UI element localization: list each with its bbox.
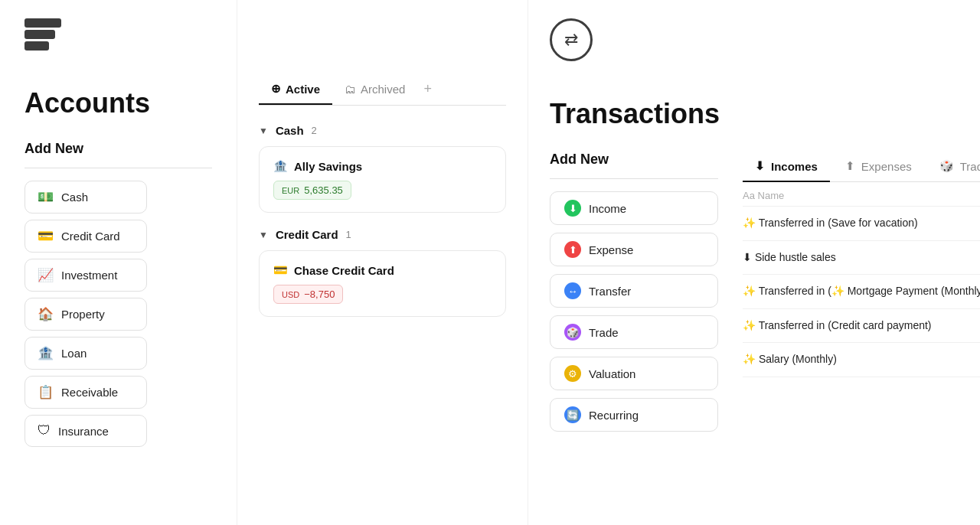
trans-add-new-label: Add New <box>550 152 718 168</box>
trans-list: ✨ Transferred in (Save for vacation)⬇ Si… <box>743 207 980 377</box>
trans-btn-label-transfer: Transfer <box>589 285 631 298</box>
account-card-chase-credit-card[interactable]: 💳Chase Credit CardUSD−8,750 <box>259 250 506 317</box>
left-panel: Accounts Add New 💵Cash💳Credit Card📈Inves… <box>0 0 237 525</box>
account-name-ally-savings: 🏦Ally Savings <box>273 159 492 173</box>
group-arrow-credit-card: ▼ <box>259 230 268 240</box>
account-type-list: 💵Cash💳Credit Card📈Investment🏠Property🏦Lo… <box>24 181 212 447</box>
tab-add-button[interactable]: + <box>417 73 438 105</box>
add-trans-income[interactable]: ⬇Income <box>550 191 718 225</box>
account-type-label-cash: Cash <box>61 191 88 204</box>
logo-icon <box>24 18 61 51</box>
trans-tabs-row: ⬇Incomes⬆Expenses🎲Trad... <box>743 152 980 182</box>
trans-btn-label-valuation: Valuation <box>589 367 635 380</box>
account-type-label-credit-card: Credit Card <box>61 230 120 243</box>
insurance-icon: 🛡 <box>38 423 51 439</box>
group-count-credit-card: 1 <box>346 229 351 240</box>
tab-archived-label: Archived <box>361 83 405 96</box>
add-new-divider <box>24 168 212 168</box>
balance-currency-chase-credit-card: USD <box>282 290 299 299</box>
trans-tab-trade[interactable]: 🎲Trad... <box>927 152 980 182</box>
trans-tab-label-incomes: Incomes <box>771 160 818 173</box>
balance-amount-ally-savings: 5,635.35 <box>304 184 343 196</box>
account-type-label-investment: Investment <box>61 269 117 282</box>
account-groups: ▼Cash2🏦Ally SavingsEUR5,635.35▼Credit Ca… <box>259 124 506 317</box>
add-account-type-cash[interactable]: 💵Cash <box>24 181 147 214</box>
account-card-ally-savings[interactable]: 🏦Ally SavingsEUR5,635.35 <box>259 146 506 213</box>
add-trans-valuation[interactable]: ⚙Valuation <box>550 357 718 390</box>
account-icon-ally-savings: 🏦 <box>273 159 288 173</box>
trade-icon: 🎲 <box>564 324 581 341</box>
trans-divider <box>550 178 718 179</box>
group-name-credit-card: Credit Card <box>276 228 338 241</box>
account-balance-chase-credit-card: USD−8,750 <box>273 285 343 304</box>
add-trans-trade[interactable]: 🎲Trade <box>550 315 718 349</box>
trans-btn-label-expense: Expense <box>589 243 633 256</box>
trans-tab-icon-trade: 🎲 <box>939 159 954 173</box>
add-trans-expense[interactable]: ⬆Expense <box>550 233 718 266</box>
trans-tab-icon-expenses: ⬆ <box>845 159 855 173</box>
add-account-type-receivable[interactable]: 📋Receivable <box>24 376 147 409</box>
account-group-credit-card: ▼Credit Card1💳Chase Credit CardUSD−8,750 <box>259 228 506 317</box>
account-balance-ally-savings: EUR5,635.35 <box>273 181 351 200</box>
tab-active[interactable]: ⊕Active <box>259 74 332 105</box>
group-arrow-cash: ▼ <box>259 126 268 136</box>
balance-amount-chase-credit-card: −8,750 <box>304 289 335 300</box>
group-header-cash[interactable]: ▼Cash2 <box>259 124 506 137</box>
logo-layer-3 <box>24 41 49 51</box>
account-name-chase-credit-card: 💳Chase Credit Card <box>273 263 492 277</box>
transfer-icon: ↔ <box>564 282 581 299</box>
trans-list-header: Aa Name <box>743 182 980 207</box>
trans-tab-label-trade: Trad... <box>960 160 980 173</box>
account-type-label-property: Property <box>61 308 105 321</box>
account-group-cash: ▼Cash2🏦Ally SavingsEUR5,635.35 <box>259 124 506 213</box>
add-account-type-investment[interactable]: 📈Investment <box>24 259 147 292</box>
income-icon: ⬇ <box>564 200 581 217</box>
trans-tab-label-expenses: Expenses <box>861 160 912 173</box>
tab-archived[interactable]: 🗂Archived <box>332 75 417 105</box>
trans-item-t5[interactable]: ✨ Salary (Monthly) <box>743 343 980 377</box>
middle-spacer <box>259 18 506 73</box>
trans-tab-expenses[interactable]: ⬆Expenses <box>833 152 924 182</box>
group-name-cash: Cash <box>276 124 304 137</box>
account-type-label-loan: Loan <box>61 347 87 360</box>
accounts-title: Accounts <box>24 87 212 119</box>
cash-icon: 💵 <box>38 189 54 205</box>
trans-btn-label-income: Income <box>589 202 626 215</box>
loan-icon: 🏦 <box>38 345 54 361</box>
logo-layer-2 <box>24 30 55 39</box>
add-account-type-insurance[interactable]: 🛡Insurance <box>24 415 147 447</box>
add-account-type-property[interactable]: 🏠Property <box>24 298 147 331</box>
trans-item-t3[interactable]: ✨ Transferred in (✨ Mortgage Payment (Mo… <box>743 275 980 309</box>
investment-icon: 📈 <box>38 267 54 283</box>
right-content: Add New ⬇Income⬆Expense↔Transfer🎲Trade⚙V… <box>550 152 980 507</box>
trans-item-t2[interactable]: ⬇ Side hustle sales <box>743 241 980 276</box>
tab-archived-icon: 🗂 <box>345 83 356 96</box>
trans-btn-list: ⬇Income⬆Expense↔Transfer🎲Trade⚙Valuation… <box>550 191 718 432</box>
trans-btn-label-trade: Trade <box>589 326 619 339</box>
credit-card-icon: 💳 <box>38 228 54 244</box>
account-type-label-receivable: Receivable <box>61 386 118 399</box>
trans-list-section: ⬇Incomes⬆Expenses🎲Trad... Aa Name ✨ Tran… <box>743 152 980 507</box>
add-trans-transfer[interactable]: ↔Transfer <box>550 274 718 308</box>
trans-tab-icon-incomes: ⬇ <box>755 159 765 173</box>
right-panel: ⇄ Transactions Add New ⬇Income⬆Expense↔T… <box>528 0 980 525</box>
transactions-title: Transactions <box>550 98 980 130</box>
add-trans-recurring[interactable]: 🔄Recurring <box>550 398 718 432</box>
right-logo: ⇄ <box>550 18 980 61</box>
group-count-cash: 2 <box>312 125 317 136</box>
group-header-credit-card[interactable]: ▼Credit Card1 <box>259 228 506 241</box>
valuation-icon: ⚙ <box>564 365 581 382</box>
account-tabs-row: ⊕Active🗂Archived+ <box>259 73 506 106</box>
trans-btn-label-recurring: Recurring <box>589 409 639 422</box>
expense-icon: ⬆ <box>564 241 581 258</box>
trans-item-t4[interactable]: ✨ Transferred in (Credit card payment) <box>743 309 980 344</box>
add-account-type-credit-card[interactable]: 💳Credit Card <box>24 220 147 253</box>
trans-tab-incomes[interactable]: ⬇Incomes <box>743 152 830 182</box>
add-new-label: Add New <box>24 141 212 157</box>
add-account-type-loan[interactable]: 🏦Loan <box>24 337 147 370</box>
app-logo <box>24 18 212 51</box>
tab-active-icon: ⊕ <box>271 82 281 96</box>
trans-item-t1[interactable]: ✨ Transferred in (Save for vacation) <box>743 207 980 241</box>
property-icon: 🏠 <box>38 306 54 322</box>
account-icon-chase-credit-card: 💳 <box>273 263 288 277</box>
